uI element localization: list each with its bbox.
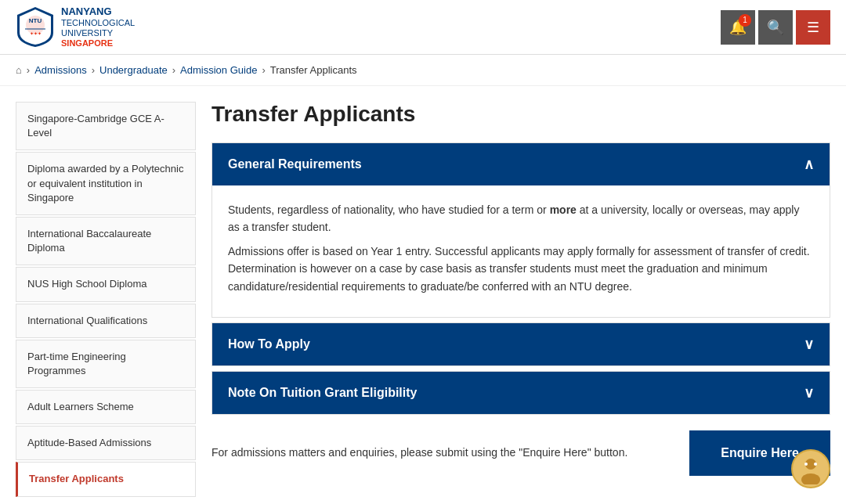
ntu-shield-icon: NTU ✦✦✦ (16, 5, 55, 49)
breadcrumb-admissions[interactable]: Admissions (34, 64, 86, 76)
svg-text:NTU: NTU (29, 17, 42, 24)
breadcrumb: ⌂ › Admissions › Undergraduate › Admissi… (0, 55, 846, 86)
sidebar-item-adult[interactable]: Adult Learners Scheme (16, 390, 196, 424)
accordion-apply-title: How To Apply (228, 337, 310, 351)
notification-badge: 1 (739, 14, 751, 27)
logo-line1: NANYANG (61, 5, 135, 18)
sidebar-item-transfer[interactable]: Transfer Applicants (16, 462, 196, 496)
svg-point-6 (804, 463, 808, 466)
breadcrumb-undergraduate[interactable]: Undergraduate (99, 64, 168, 76)
header-icons: 🔔 1 🔍 ☰ (721, 10, 830, 45)
menu-button[interactable]: ☰ (796, 10, 830, 45)
floating-avatar-button[interactable] (791, 449, 830, 488)
sidebar-item-diploma[interactable]: Diploma awarded by a Polytechnic or equi… (16, 152, 196, 215)
accordion-apply-header[interactable]: How To Apply ∨ (212, 323, 830, 365)
sidebar-item-ib[interactable]: International Baccalaureate Diploma (16, 217, 196, 265)
menu-icon: ☰ (807, 19, 819, 36)
header: NTU ✦✦✦ NANYANG TECHNOLOGICAL UNIVERSITY… (0, 0, 846, 55)
sidebar-item-gce[interactable]: Singapore-Cambridge GCE A-Level (16, 102, 196, 150)
accordion-general-title: General Requirements (228, 157, 362, 171)
page-content: Transfer Applicants General Requirements… (212, 102, 830, 499)
logo-line3: UNIVERSITY (61, 28, 135, 38)
logo-text: NANYANG TECHNOLOGICAL UNIVERSITY SINGAPO… (61, 5, 135, 49)
search-icon: 🔍 (767, 19, 784, 36)
chevron-down-icon-apply: ∨ (804, 336, 814, 353)
logo-line2: TECHNOLOGICAL (61, 18, 135, 28)
sidebar-item-aptitude[interactable]: Aptitude-Based Admissions (16, 426, 196, 460)
logo-line4: SINGAPORE (61, 38, 135, 49)
chevron-down-icon-tuition: ∨ (804, 384, 814, 401)
enquire-text: For admissions matters and enquiries, pl… (212, 445, 674, 461)
notification-button[interactable]: 🔔 1 (721, 10, 755, 45)
general-req-text2: Admissions offer is based on Year 1 entr… (228, 243, 814, 295)
accordion-tuition-header[interactable]: Note On Tuition Grant Eligibility ∨ (212, 372, 830, 414)
sidebar-item-international[interactable]: International Qualifications (16, 304, 196, 338)
chevron-up-icon: ∧ (804, 156, 814, 173)
avatar-icon (795, 453, 826, 484)
main-content: Singapore-Cambridge GCE A-Level Diploma … (0, 86, 846, 504)
svg-text:✦✦✦: ✦✦✦ (30, 31, 42, 36)
breadcrumb-admission-guide[interactable]: Admission Guide (180, 64, 257, 76)
accordion-general-header[interactable]: General Requirements ∧ (212, 143, 830, 185)
accordion-tuition-grant: Note On Tuition Grant Eligibility ∨ (212, 371, 830, 415)
logo: NTU ✦✦✦ NANYANG TECHNOLOGICAL UNIVERSITY… (16, 5, 135, 49)
general-req-text1: Students, regardless of nationality, who… (228, 201, 814, 236)
search-button[interactable]: 🔍 (758, 10, 793, 45)
enquire-section: For admissions matters and enquiries, pl… (212, 430, 830, 476)
accordion-how-to-apply: How To Apply ∨ (212, 322, 830, 366)
svg-point-7 (814, 463, 817, 466)
accordion-general-body: Students, regardless of nationality, who… (212, 185, 830, 317)
home-icon[interactable]: ⌂ (16, 64, 22, 76)
page-title: Transfer Applicants (212, 102, 830, 127)
accordion-general-requirements: General Requirements ∧ Students, regardl… (212, 142, 830, 318)
sidebar-item-parttime[interactable]: Part-time Engineering Programmes (16, 340, 196, 388)
breadcrumb-current: Transfer Applicants (270, 64, 357, 76)
accordion-tuition-title: Note On Tuition Grant Eligibility (228, 386, 417, 400)
sidebar: Singapore-Cambridge GCE A-Level Diploma … (16, 102, 196, 499)
sidebar-item-nus[interactable]: NUS High School Diploma (16, 267, 196, 301)
